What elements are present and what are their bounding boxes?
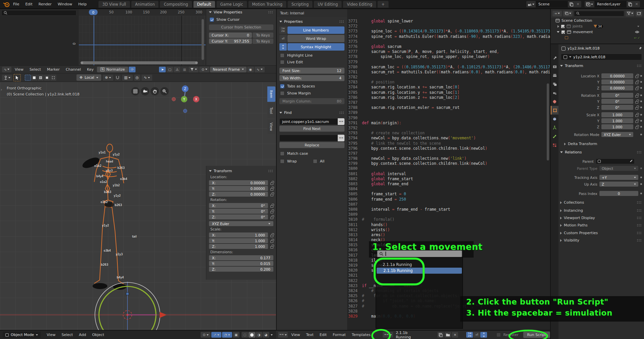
code-line[interactable]: 3795 # link the newCol to the scene <box>347 141 550 146</box>
replace-button[interactable]: Replace <box>279 142 344 148</box>
pivot-point-dropdown[interactable]: ⊕ <box>103 75 113 81</box>
eyedropper-icon[interactable] <box>629 159 633 163</box>
view3d-menu-object[interactable]: Object <box>90 333 107 337</box>
view3d-menu-add[interactable]: Add <box>76 333 89 337</box>
unlink-text-button[interactable]: ✕ <box>452 332 459 338</box>
layout-tab-3d-view-full[interactable]: 3D View Full <box>98 1 130 8</box>
snap-magnet-icon[interactable] <box>115 75 121 81</box>
code-line[interactable]: 3773 spine_loc = ((0.143814/0.351173)*A,… <box>347 29 550 34</box>
show-margin-checkbox[interactable] <box>280 91 284 95</box>
location-x-field[interactable]: X:0.00000 <box>209 180 268 185</box>
syntax-highlight-toggle-icon[interactable]: ≡≡ <box>480 332 487 338</box>
code-line[interactable]: 3780 sacrum_loc = ((0.185506/0.351173)*A… <box>347 65 550 70</box>
collapse-triangle-icon[interactable] <box>560 151 563 153</box>
mode-dropdown[interactable]: Object Mode <box>3 332 41 338</box>
render-layer-new-button[interactable] <box>627 1 633 7</box>
add-layout-tab-button[interactable]: + <box>377 1 389 8</box>
select-mode-intersect-button[interactable] <box>50 75 56 81</box>
code-line[interactable]: 3786 sacrum.rig.location.z += sacrum_loc… <box>347 95 550 100</box>
channel-search-input[interactable] <box>1 10 76 16</box>
location-z-field[interactable]: 0.00000 <box>601 85 633 90</box>
panel-grip[interactable] <box>339 20 344 23</box>
code-line[interactable]: 3811 hands() <box>347 222 550 227</box>
keyframe-dot[interactable] <box>640 167 642 169</box>
outliner-row-movement[interactable]: movement <box>551 29 644 35</box>
snap-target-dropdown[interactable]: ▥ <box>122 75 133 81</box>
code-line[interactable]: 3802 global frame_start <box>347 177 550 182</box>
tab-scene[interactable] <box>551 88 558 97</box>
wrap-checkbox[interactable] <box>280 159 284 163</box>
lock-icon[interactable] <box>635 95 638 97</box>
code-line[interactable]: 3791def main(origin): <box>347 121 550 126</box>
collapse-triangle-icon[interactable] <box>209 11 212 13</box>
text-menu-edit[interactable]: Edit <box>317 333 329 337</box>
outliner-row-joints[interactable]: joints 34 <box>551 23 644 29</box>
current-frame-badge[interactable]: 0 <box>89 9 98 15</box>
keyframe-dot[interactable] <box>640 134 642 135</box>
keyframe-dot[interactable] <box>640 94 642 96</box>
channel-region[interactable] <box>0 16 79 65</box>
text-menu-format[interactable]: Format <box>330 333 348 337</box>
scale-y-field[interactable]: Y:1.000 <box>209 238 268 243</box>
tab-world[interactable] <box>551 97 558 106</box>
lock-icon[interactable] <box>635 88 638 90</box>
code-line[interactable]: 3771 global spine_lower <box>347 19 550 24</box>
tab-object-data[interactable] <box>551 123 558 132</box>
open-text-button[interactable] <box>444 332 451 338</box>
mask-icon[interactable]: ▦ <box>181 67 188 72</box>
tab-particles[interactable] <box>551 141 558 149</box>
lock-icon[interactable] <box>635 127 638 129</box>
tab-width-slider[interactable]: Tab Width:4 <box>279 75 344 81</box>
collapse-triangle-icon[interactable] <box>279 112 282 114</box>
code-line[interactable]: 3797 <box>347 151 550 156</box>
text-datablock-name[interactable]: 2.1.1b Running <box>396 331 423 339</box>
snap-mode-dropdown[interactable]: Nearest Frame <box>210 67 247 72</box>
line-numbers-toggle-icon[interactable]: 1≡2≡ <box>466 332 473 338</box>
collection-checkbox[interactable] <box>561 24 565 28</box>
code-line[interactable]: 3778 spine_loc, spine_rot, spine_upper, … <box>347 54 550 59</box>
grid-toggle-button[interactable] <box>131 87 140 95</box>
outliner-row-scene-collection[interactable]: Scene Collection <box>551 18 644 23</box>
falloff-dropdown[interactable]: ∿ <box>142 75 152 81</box>
code-line[interactable]: 3774 spine_rot = mathutils.Euler((math.r… <box>347 34 550 39</box>
menu-help[interactable]: Help <box>75 2 90 6</box>
keyframe-dot[interactable] <box>640 193 642 194</box>
render-layer-name-field[interactable]: RenderLayer <box>594 1 627 7</box>
viewport-3d[interactable]: Front Orthographic (0) Scene Collection … <box>0 82 276 330</box>
tab-tool[interactable] <box>551 54 558 62</box>
delta-transform-panel[interactable]: Delta Transform <box>564 142 641 146</box>
tab-bone[interactable] <box>551 132 558 141</box>
select-mode-set-button[interactable] <box>25 75 31 81</box>
code-line[interactable]: 3772 <box>347 24 550 29</box>
render-layer-delete-button[interactable]: ✕ <box>633 1 640 7</box>
code-line[interactable]: 3804 <box>347 187 550 192</box>
expand-arrow[interactable] <box>557 25 559 28</box>
proportional-editing-icon[interactable]: ◎ <box>134 75 140 81</box>
layout-tab-motion-tracking[interactable]: Motion Tracking <box>248 1 287 8</box>
frame-ruler[interactable]: 0 50 100 150 200 250 300 <box>79 9 206 16</box>
code-line[interactable]: 3813 arms() <box>347 232 550 238</box>
menu-edit[interactable]: Edit <box>22 2 35 6</box>
menu-render[interactable]: Render <box>36 2 55 6</box>
code-line[interactable]: 3775 <box>347 39 550 44</box>
all-checkbox[interactable] <box>313 159 317 163</box>
code-line[interactable]: 3793 # create new collection <box>347 131 550 136</box>
eye-icon[interactable] <box>635 30 639 33</box>
rotation-x-field[interactable]: 0° <box>601 93 633 98</box>
select-tool-button[interactable] <box>13 74 21 81</box>
code-line[interactable]: 3792 <box>347 126 550 131</box>
tab-output[interactable] <box>551 71 558 80</box>
tracking-axis-dropdown[interactable]: +Y <box>599 175 638 180</box>
graph-menu-key[interactable]: Key <box>84 67 96 72</box>
rotation-x-field[interactable]: X:0° <box>209 203 268 208</box>
panel-grip[interactable] <box>339 111 344 114</box>
movement-search-input[interactable] <box>377 250 462 257</box>
object-name-field[interactable]: y1y2.link.left.018 <box>561 54 642 60</box>
lock-icon[interactable] <box>635 115 638 117</box>
tweak-box-icon[interactable]: ▢ <box>166 67 173 72</box>
collapse-arrow[interactable] <box>557 31 559 33</box>
parent-field[interactable] <box>596 158 635 164</box>
editor-type-button[interactable]: ≡≡ <box>278 332 288 338</box>
live-edit-checkbox[interactable] <box>280 60 284 64</box>
code-line[interactable]: 3800 <box>347 166 550 171</box>
